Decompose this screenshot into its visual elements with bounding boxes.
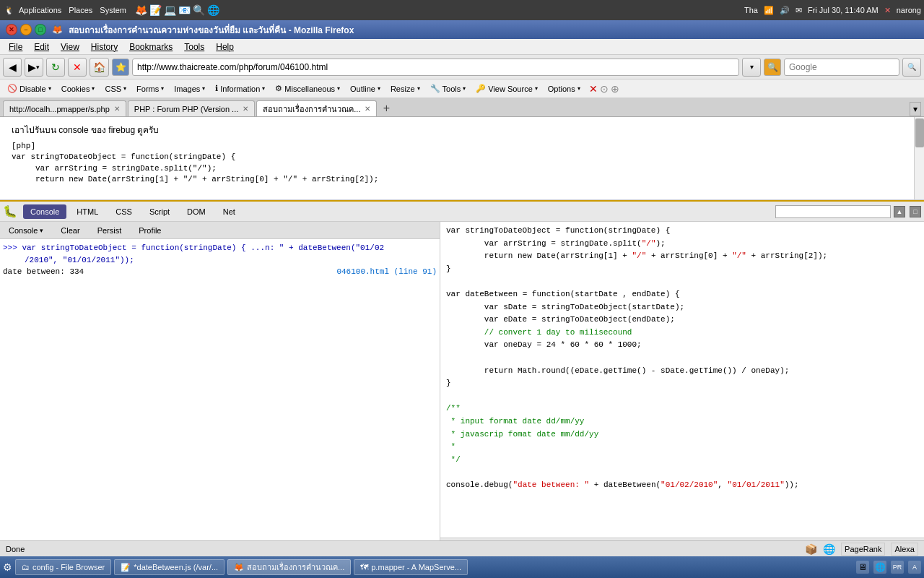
- places-menu[interactable]: Places: [69, 6, 92, 14]
- nav-bar: ◀ ▶ ▾ ↻ ✕ 🏠 ⭐ ▾ 🔍 🔍: [0, 55, 924, 79]
- firebug-tab-html[interactable]: HTML: [69, 204, 105, 219]
- back-button[interactable]: ◀: [3, 58, 22, 77]
- system-bar-right: Tha 📶 🔊 ✉ Fri Jul 30, 11:40 AM ✕ narong: [744, 6, 921, 15]
- profile-button[interactable]: Profile: [133, 225, 167, 236]
- information-menu[interactable]: ℹ Information▾: [211, 82, 269, 96]
- reload-button[interactable]: ↻: [46, 58, 65, 77]
- taskbar-right-icon-1[interactable]: 🖥: [856, 561, 869, 574]
- toolbar-circle-icon[interactable]: ⊙: [600, 83, 609, 95]
- outline-menu[interactable]: Outline▾: [346, 82, 385, 96]
- firebug-minimize-btn[interactable]: ▲: [894, 206, 905, 217]
- firefox-icon: 🦊: [52, 25, 63, 35]
- tools-icon: 🔧: [430, 84, 440, 93]
- firefox-quick-launch[interactable]: 🦊: [135, 4, 147, 16]
- view-menu[interactable]: View: [55, 40, 85, 53]
- taskbar-icon-3: 🗺: [360, 563, 368, 571]
- images-menu[interactable]: Images▾: [170, 82, 209, 96]
- minimize-button[interactable]: −: [20, 24, 32, 35]
- close-session-icon[interactable]: ✕: [884, 6, 891, 15]
- toolbar-expand-icon[interactable]: ⊕: [611, 83, 619, 95]
- search-quick-launch[interactable]: 🔍: [193, 4, 205, 16]
- stop-button[interactable]: ✕: [68, 58, 87, 77]
- taskbar-item-0[interactable]: 🗂 config - File Browser: [15, 559, 111, 575]
- file-menu[interactable]: File: [3, 40, 28, 53]
- search-input[interactable]: [784, 59, 899, 76]
- taskbar-label-2: สอบถามเรื่องการคำนวณค...: [247, 561, 344, 574]
- clear-button[interactable]: Clear: [55, 225, 85, 236]
- console-dropdown-btn[interactable]: Console: [3, 225, 49, 236]
- page-scrollbar[interactable]: [914, 117, 924, 199]
- tab-2[interactable]: สอบถามเรื่องการคำนวณค... ✕: [256, 100, 377, 116]
- options-menu[interactable]: Options▾: [544, 82, 585, 96]
- code-line-6: var sDate = stringToDateObject(startDate…: [446, 301, 918, 314]
- history-menu[interactable]: History: [85, 40, 123, 53]
- system-menu[interactable]: System: [100, 6, 126, 14]
- distro-icon[interactable]: 🐧: [3, 4, 16, 17]
- firebug-search-input[interactable]: [775, 205, 891, 218]
- window-title: สอบถามเรื่องการคำนวณความห่างของวันที่ยืม…: [69, 23, 354, 37]
- firebug-restore-btn[interactable]: □: [910, 206, 921, 217]
- tab-scroll-right[interactable]: ▾: [910, 102, 921, 116]
- forward-button[interactable]: ▶ ▾: [25, 58, 43, 77]
- close-button[interactable]: ✕: [6, 24, 17, 35]
- tab-1-close[interactable]: ✕: [243, 105, 248, 113]
- taskbar-item-1[interactable]: 📝 *dateBetween.js (/var/...: [114, 559, 225, 575]
- persist-button[interactable]: Persist: [92, 225, 128, 236]
- url-go-button[interactable]: ▾: [742, 58, 761, 77]
- disable-icon: 🚫: [7, 84, 17, 93]
- status-icon-2: 🌐: [823, 543, 835, 555]
- firebug-tab-css[interactable]: CSS: [108, 204, 139, 219]
- terminal-quick-launch[interactable]: 💻: [164, 4, 176, 16]
- tab-add-button[interactable]: +: [378, 100, 394, 116]
- tab-1[interactable]: PHP : Forum PHP (Version ... ✕: [128, 100, 255, 116]
- tools-menu-tb[interactable]: 🔧 Tools▾: [426, 82, 471, 96]
- firebug-tab-dom[interactable]: DOM: [180, 204, 213, 219]
- console-source-link[interactable]: 046100.html (line 91): [336, 266, 437, 278]
- disable-menu[interactable]: 🚫 Disable▾: [3, 82, 56, 96]
- wifi-icon: 📶: [764, 6, 774, 15]
- miscellaneous-menu[interactable]: ⚙ Miscellaneous▾: [271, 82, 344, 96]
- taskbar-alexa-icon[interactable]: A: [908, 561, 921, 574]
- editor-quick-launch[interactable]: 📝: [149, 4, 162, 16]
- email-icon: ✉: [796, 6, 802, 15]
- taskbar-item-2[interactable]: 🦊 สอบถามเรื่องการคำนวณค...: [227, 559, 351, 575]
- taskbar-pagerank-icon[interactable]: PR: [891, 561, 904, 574]
- taskbar-item-3[interactable]: 🗺 p.mapper - A MapServe...: [354, 559, 468, 575]
- bookmarks-menu[interactable]: Bookmarks: [123, 40, 178, 53]
- console-pane: Console Clear Persist Profile >>> var st…: [0, 222, 440, 556]
- tools-menu[interactable]: Tools: [178, 40, 210, 53]
- view-source-menu[interactable]: 🔑 View Source▾: [471, 82, 542, 96]
- firebug-tab-console[interactable]: Console: [23, 204, 66, 219]
- code-line-13: [446, 390, 918, 403]
- taskbar-right-icon-2[interactable]: 🌐: [873, 561, 886, 574]
- search-engine-icon[interactable]: 🔍: [764, 59, 781, 76]
- code-line-19: [446, 466, 918, 479]
- browser2-quick-launch[interactable]: 🌐: [207, 4, 219, 16]
- edit-menu[interactable]: Edit: [28, 40, 55, 53]
- help-menu[interactable]: Help: [210, 40, 240, 53]
- toolbar-close-icon[interactable]: ✕: [589, 83, 598, 95]
- forms-menu[interactable]: Forms▾: [132, 82, 168, 96]
- clock: Fri Jul 30, 11:40 AM: [808, 6, 879, 14]
- url-bar[interactable]: [132, 59, 739, 76]
- tab-0[interactable]: http://localh...pmapper/s.php ✕: [3, 100, 126, 116]
- search-go-button[interactable]: 🔍: [902, 58, 921, 77]
- code-line-5: var dateBetween = function(startDate , e…: [446, 288, 918, 301]
- tab-2-close[interactable]: ✕: [365, 105, 370, 113]
- status-right: 📦 🌐 PageRank Alexa: [805, 543, 918, 556]
- maximize-button[interactable]: □: [35, 24, 46, 35]
- console-line-0: >>> var stringToDateObject = function(st…: [3, 242, 437, 254]
- language-indicator: Tha: [744, 6, 758, 14]
- firebug-tab-net[interactable]: Net: [216, 204, 243, 219]
- home-button[interactable]: 🏠: [90, 58, 109, 77]
- applications-menu[interactable]: Applications: [19, 6, 61, 14]
- cookies-menu[interactable]: Cookies▾: [57, 82, 100, 96]
- css-menu[interactable]: CSS▾: [100, 82, 131, 96]
- resize-menu[interactable]: Resize▾: [386, 82, 424, 96]
- taskbar-label-0: config - File Browser: [32, 563, 105, 571]
- bookmark-star-icon[interactable]: ⭐: [112, 59, 129, 76]
- mail-quick-launch[interactable]: 📧: [178, 4, 191, 16]
- firebug-tab-script[interactable]: Script: [142, 204, 177, 219]
- taskbar-label-1: *dateBetween.js (/var/...: [134, 563, 218, 571]
- tab-0-close[interactable]: ✕: [114, 105, 120, 113]
